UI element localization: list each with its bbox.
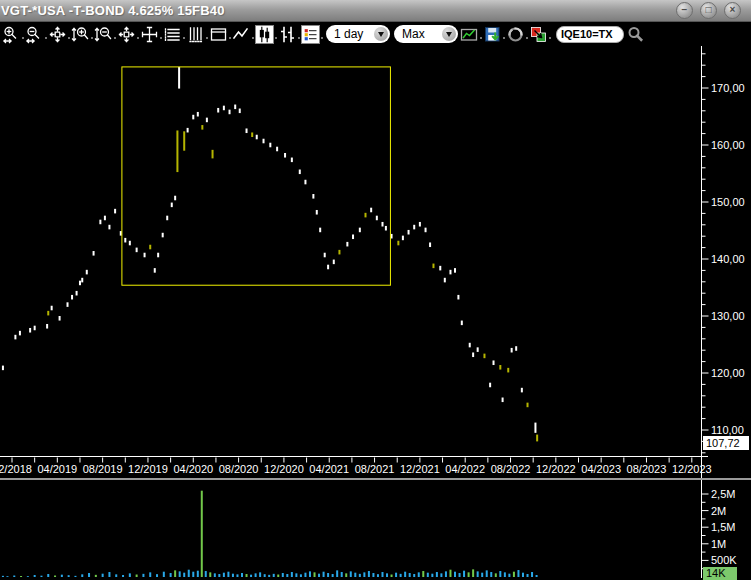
price-mark (364, 213, 366, 218)
volume-bar (517, 570, 519, 577)
chart-type-switch-icon[interactable] (529, 25, 548, 44)
price-mark (439, 266, 441, 271)
zoom-out-vertical-icon[interactable] (94, 25, 113, 44)
close-button[interactable]: × (724, 2, 741, 19)
price-mark (197, 112, 199, 117)
new-panel-icon[interactable] (209, 25, 228, 44)
price-mark (489, 383, 491, 388)
volume-axis-label: 500K (711, 554, 737, 566)
price-mark (432, 264, 434, 269)
price-mark (449, 270, 451, 275)
volume-bar (300, 574, 302, 577)
volume-bar (250, 575, 252, 577)
volume-bar (427, 573, 429, 577)
price-mark (291, 158, 293, 163)
volume-bar (422, 571, 424, 577)
price-mark (527, 403, 529, 408)
volume-bar (363, 572, 365, 577)
minimize-button[interactable]: − (676, 2, 693, 19)
x-axis-label: 12/2020 (264, 463, 304, 475)
volume-bar (327, 573, 329, 577)
price-mark (206, 118, 208, 123)
x-axis-label: 08/2021 (355, 463, 395, 475)
zoom-in-vertical-icon[interactable] (71, 25, 90, 44)
volume-bar (468, 572, 470, 577)
x-axis-label: 04/2023 (581, 463, 621, 475)
chevron-down-icon[interactable] (442, 27, 456, 41)
volume-bar (81, 574, 83, 577)
chart-preview-icon[interactable] (460, 25, 479, 44)
line-chart-mode-icon[interactable] (232, 25, 251, 44)
interval-dropdown[interactable]: 1 day (326, 25, 390, 43)
toolbar-separator (275, 37, 277, 39)
volume-bar (527, 574, 529, 577)
toolbar-separator (298, 37, 300, 39)
volume-bar (332, 574, 334, 577)
volume-bar (61, 575, 63, 577)
zoom-out-horizontal-icon[interactable] (25, 25, 44, 44)
toolbar-separator (503, 37, 505, 39)
range-value: Max (402, 27, 438, 41)
price-mark (454, 268, 456, 273)
symbol-input[interactable] (556, 26, 624, 43)
volume-bar (481, 573, 483, 577)
volume-bar (232, 574, 234, 577)
volume-bar (409, 573, 411, 577)
volume-bar (227, 572, 229, 577)
vertical-gridlines-icon[interactable] (186, 25, 205, 44)
chart-legend-icon[interactable] (301, 25, 320, 44)
chart-area[interactable]: 170,00160,00150,00140,00130,00120,00110,… (0, 46, 751, 580)
price-mark (284, 153, 286, 158)
price-mark (457, 295, 459, 300)
fit-all-icon[interactable] (117, 25, 136, 44)
volume-bar (264, 574, 266, 577)
price-mark (359, 228, 361, 233)
range-dropdown[interactable]: Max (394, 25, 458, 43)
crosshair-icon[interactable] (140, 25, 159, 44)
volume-axis-label: 1M (711, 538, 726, 550)
volume-bar (108, 572, 110, 577)
volume-bar (122, 575, 124, 577)
price-mark (425, 228, 427, 233)
fit-horizontal-icon[interactable] (48, 25, 67, 44)
price-mark (174, 196, 176, 201)
save-chart-icon[interactable] (483, 25, 502, 44)
price-mark (534, 423, 536, 433)
window-titlebar[interactable]: VGT-*USA -T-BOND 4.625% 15FB40 − □ × (0, 0, 751, 22)
ohlc-bar-mode-icon[interactable] (278, 25, 297, 44)
chevron-down-icon[interactable] (374, 27, 388, 41)
price-mark (166, 216, 168, 221)
volume-bar (440, 573, 442, 577)
toolbar-separator (160, 37, 162, 39)
volume-bar (395, 573, 397, 577)
maximize-button[interactable]: □ (700, 2, 717, 19)
y-axis-label: 120,00 (711, 367, 745, 379)
volume-bar (259, 572, 261, 577)
volume-bar (268, 575, 270, 577)
toolbar-separator (114, 37, 116, 39)
price-mark (269, 143, 271, 148)
refresh-icon[interactable] (506, 25, 525, 44)
price-mark (333, 260, 335, 265)
volume-bar (129, 573, 131, 577)
price-mark (2, 366, 4, 371)
volume-bar (318, 574, 320, 577)
price-mark (502, 398, 504, 403)
volume-bar (513, 572, 515, 577)
interval-value: 1 day (334, 27, 370, 41)
volume-bar (436, 572, 438, 577)
horizontal-gridlines-icon[interactable] (163, 25, 182, 44)
zoom-in-horizontal-icon[interactable] (2, 25, 21, 44)
volume-bar (34, 575, 36, 577)
symbol-search-icon[interactable] (626, 25, 645, 44)
price-mark (385, 226, 387, 231)
price-mark (93, 251, 95, 256)
candlestick-mode-icon[interactable] (255, 25, 274, 44)
last-price-value: 107,72 (706, 437, 740, 449)
selection-box[interactable] (122, 67, 391, 285)
volume-bar (522, 573, 524, 577)
price-mark (507, 368, 509, 373)
x-axis-label: 04/2021 (309, 463, 349, 475)
volume-bar (404, 572, 406, 577)
price-mark (178, 67, 180, 89)
